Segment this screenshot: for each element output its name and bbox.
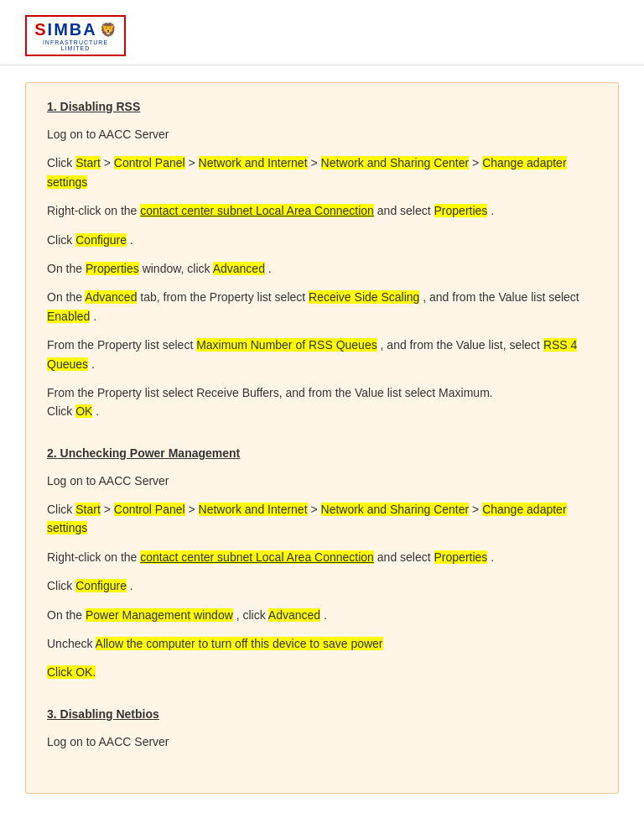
nsc-link-2: Network and Sharing Center bbox=[321, 503, 470, 516]
s2-para7: Click OK. bbox=[47, 663, 597, 681]
section3-title: 3. Disabling Netbios bbox=[47, 707, 597, 721]
s1-para6: On the Advanced tab, from the Property l… bbox=[47, 288, 597, 326]
select-label-2: and select bbox=[377, 550, 434, 564]
enabled-link: Enabled bbox=[47, 310, 90, 323]
on-the-s2: On the bbox=[47, 608, 86, 622]
max-rss-link: Maximum Number of RSS Queues bbox=[196, 338, 377, 352]
arrow-s2-4: > bbox=[472, 503, 482, 516]
click-label-1: Click bbox=[47, 156, 75, 169]
s2-para4: Click Configure . bbox=[47, 576, 597, 595]
section-disabling-rss: 1. Disabling RSS Log on to AACC Server C… bbox=[47, 100, 597, 421]
period2: . bbox=[130, 233, 133, 247]
on-the-1: On the bbox=[47, 262, 86, 275]
s1-para3: Right-click on the contact center subnet… bbox=[47, 201, 597, 220]
s2-para3: Right-click on the contact center subnet… bbox=[47, 548, 597, 566]
period4: . bbox=[93, 310, 96, 323]
properties-link-2: Properties bbox=[434, 550, 488, 564]
period-s2-2: . bbox=[130, 579, 133, 592]
period6: . bbox=[96, 404, 99, 418]
s3-para1: Log on to AACC Server bbox=[47, 732, 597, 751]
arrow4: > bbox=[472, 156, 482, 169]
period-s2-1: . bbox=[491, 550, 494, 564]
logo-text: SIMBA bbox=[34, 20, 96, 39]
content-box: 1. Disabling RSS Log on to AACC Server C… bbox=[25, 82, 619, 794]
network-internet-link-1: Network and Internet bbox=[199, 156, 308, 169]
ok-link-1: OK bbox=[75, 404, 92, 418]
contact-center-link-2: contact center subnet Local Area Connect… bbox=[140, 550, 374, 564]
section-netbios: 3. Disabling Netbios Log on to AACC Serv… bbox=[47, 707, 597, 751]
nsc-link-1: Network and Sharing Center bbox=[321, 156, 470, 169]
s2p1-text: Log on to AACC Server bbox=[47, 474, 169, 487]
arrow1: > bbox=[104, 156, 114, 169]
advanced-link-2: Advanced bbox=[268, 608, 320, 622]
arrow2: > bbox=[189, 156, 199, 169]
control-panel-link-2: Control Panel bbox=[114, 503, 185, 516]
period1: . bbox=[491, 204, 494, 217]
on-the-2: On the bbox=[47, 290, 85, 304]
start-link-2: Start bbox=[75, 503, 101, 516]
from-property-1: From the Property list select bbox=[47, 338, 196, 352]
click-label-s2-2: Click bbox=[47, 579, 75, 592]
click-label-s2-1: Click bbox=[47, 503, 75, 516]
period5: . bbox=[91, 357, 95, 371]
arrow3: > bbox=[310, 156, 317, 169]
configure-link-1: Configure bbox=[75, 233, 127, 247]
section-power-management: 2. Unchecking Power Management Log on to… bbox=[47, 446, 597, 682]
contact-center-link-1: contact center subnet Local Area Connect… bbox=[140, 204, 374, 217]
advanced-link-1: Advanced bbox=[213, 262, 265, 275]
logo-subtitle: INFRASTRUCTURE LIMITED bbox=[34, 39, 117, 51]
start-link-1: Start bbox=[75, 156, 101, 169]
click-label-s2-3: , click bbox=[236, 608, 268, 622]
header: SIMBA 🦁 INFRASTRUCTURE LIMITED bbox=[0, 0, 644, 65]
logo-box: SIMBA 🦁 INFRASTRUCTURE LIMITED bbox=[25, 15, 126, 56]
s1-para1: Log on to AACC Server bbox=[47, 125, 597, 143]
s2-para1: Log on to AACC Server bbox=[47, 472, 597, 490]
period3: . bbox=[268, 262, 272, 275]
s1-para7: From the Property list select Maximum Nu… bbox=[47, 336, 597, 373]
s1-para8: From the Property list select Receive Bu… bbox=[47, 383, 597, 421]
s1-para2: Click Start > Control Panel > Network an… bbox=[47, 154, 597, 191]
and-from-1: , and from the Value list select bbox=[423, 290, 579, 304]
section1-title: 1. Disabling RSS bbox=[47, 100, 597, 113]
s1-para4: Click Configure . bbox=[47, 231, 597, 249]
click-ok-link-2: Click OK. bbox=[47, 665, 96, 679]
uncheck-label: Uncheck bbox=[47, 637, 96, 650]
click-label-3: Click bbox=[47, 404, 75, 418]
network-internet-link-2: Network and Internet bbox=[199, 503, 308, 516]
period-s2-3: . bbox=[324, 608, 327, 622]
configure-link-2: Configure bbox=[75, 579, 127, 592]
from-property-2: From the Property list select Receive Bu… bbox=[47, 386, 493, 399]
rightclick-label-2: Right-click on the bbox=[47, 550, 140, 564]
select-label-1: and select bbox=[377, 204, 434, 217]
and-from-2: , and from the Value list, select bbox=[381, 338, 543, 352]
logo-container: SIMBA 🦁 INFRASTRUCTURE LIMITED bbox=[25, 15, 619, 56]
s2-para6: Uncheck Allow the computer to turn off t… bbox=[47, 634, 597, 653]
s1p1-text: Log on to AACC Server bbox=[47, 128, 169, 141]
arrow-s2-2: > bbox=[189, 503, 199, 516]
rightclick-label-1: Right-click on the bbox=[47, 204, 140, 217]
properties-window-link: Properties bbox=[86, 262, 139, 275]
rss-link: Receive Side Scaling bbox=[309, 290, 419, 304]
section2-title: 2. Unchecking Power Management bbox=[47, 446, 597, 460]
window-click-1: window, click bbox=[143, 262, 213, 275]
tab-text: tab, from the Property list select bbox=[140, 290, 309, 304]
s1-para5: On the Properties window, click Advanced… bbox=[47, 259, 597, 278]
allow-computer-link: Allow the computer to turn off this devi… bbox=[96, 637, 383, 650]
advanced-tab-link: Advanced bbox=[85, 290, 137, 304]
arrow-s2-3: > bbox=[310, 503, 317, 516]
click-label-2: Click bbox=[47, 233, 75, 247]
main-content: 1. Disabling RSS Log on to AACC Server C… bbox=[0, 65, 644, 811]
control-panel-link-1: Control Panel bbox=[114, 156, 185, 169]
power-mgmt-link: Power Management window bbox=[86, 608, 233, 622]
logo-animal-icon: 🦁 bbox=[100, 22, 117, 38]
s2-para2: Click Start > Control Panel > Network an… bbox=[47, 500, 597, 538]
s3p1-text: Log on to AACC Server bbox=[47, 735, 169, 748]
arrow-s2-1: > bbox=[104, 503, 114, 516]
s2-para5: On the Power Management window , click A… bbox=[47, 606, 597, 624]
properties-link-1: Properties bbox=[434, 204, 488, 217]
